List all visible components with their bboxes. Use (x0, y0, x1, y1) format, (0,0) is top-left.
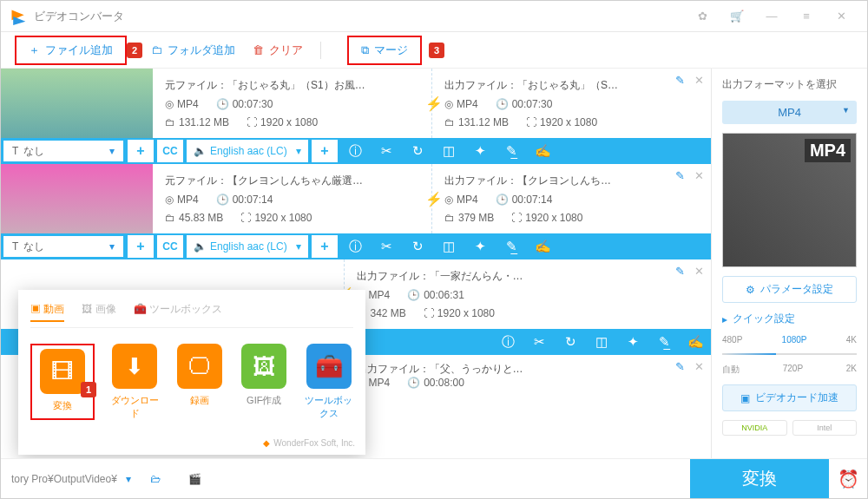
bottom-bar: tory Pro¥OutputVideo¥ ▾ 🗁 🎬 変換 ⏰ (1, 458, 867, 498)
output-panel: ✎ ✕ 出力ファイル：「おじゃる丸」（S… ◎ MP4🕒 00:07:30 🗀 … (432, 69, 711, 138)
edit-icon[interactable]: ✎ (675, 74, 685, 87)
chip-icon: ▣ (740, 392, 750, 404)
convert-icon: 🎞 (40, 349, 85, 394)
open-folder-button[interactable]: 🗁 (140, 473, 171, 485)
minimize-button[interactable]: — (754, 10, 789, 23)
trash-icon: 🗑 (253, 43, 264, 56)
rotate-icon[interactable]: ↻ (402, 138, 433, 164)
download-icon: ⬇ (112, 344, 157, 389)
quality-slider-bottom: 自動720P2K (722, 364, 857, 376)
open-output-button[interactable]: 🎬 (180, 473, 211, 485)
thumbnail[interactable] (1, 69, 153, 138)
tile-convert[interactable]: 🎞 変換 (36, 349, 89, 412)
add-folder-button[interactable]: 🗀 フォルダ追加 (142, 39, 244, 62)
cart-icon[interactable]: 🛒 (720, 10, 754, 23)
remove-icon[interactable]: ✕ (694, 360, 704, 373)
toolbox-icon: 🧰 (306, 344, 352, 389)
edit-icon[interactable]: ✎ (675, 265, 685, 278)
thumbnail[interactable] (1, 164, 153, 233)
gift-icon[interactable]: ✿ (685, 10, 720, 23)
effect-icon[interactable]: ✦ (464, 138, 496, 164)
convert-button[interactable]: 変換 (690, 459, 829, 499)
app-title: ビデオコンバータ (34, 9, 124, 24)
tile-record[interactable]: 🖵録画 (175, 344, 225, 420)
nvidia-chip: NVIDIA (722, 420, 787, 436)
cc-button[interactable]: CC (157, 140, 183, 162)
action-bar: T なし▾ + CC 🔈 English aac (LC)▾ + ⓘ ✂ ↻ ◫… (1, 138, 711, 164)
audio-select[interactable]: 🔈 English aac (LC)▾ (187, 235, 308, 258)
tile-download[interactable]: ⬇ダウンロード (110, 344, 160, 420)
remove-icon[interactable]: ✕ (694, 169, 704, 182)
mode-popup: ▣ 動画 🖼 画像 🧰 ツールボックス 🎞 変換 1 ⬇ダウンロード 🖵録画 🖼… (18, 290, 365, 455)
popup-tab-tools[interactable]: 🧰 ツールボックス (134, 302, 222, 322)
app-logo-icon (10, 8, 27, 25)
quality-slider-top[interactable]: 480P1080P4K (722, 335, 857, 345)
step-badge-1: 1 (81, 382, 96, 397)
add-subtitle-button[interactable]: + (128, 235, 154, 258)
highlight-add-file: ＋ ファイル追加 (15, 36, 127, 65)
toolbar: ＋ ファイル追加 2 🗀 フォルダ追加 🗑 クリア ⧉ マージ 3 (1, 32, 867, 69)
merge-icon: ⧉ (361, 43, 369, 57)
settings-icon: ⚙ (746, 284, 755, 296)
file-row: 元ファイル：【クレヨンしんちゃん厳選… ◎ MP4🕒 00:07:14 🗀 45… (1, 164, 711, 259)
add-file-button[interactable]: ＋ ファイル追加 (20, 39, 122, 62)
resolution-icon: ⛶ 1920 x 1080 (247, 116, 318, 128)
subtitle-select[interactable]: T なし▾ (3, 235, 124, 258)
format-preview[interactable]: MP4 (722, 133, 857, 267)
merge-button[interactable]: ⧉ マージ (352, 39, 417, 62)
titlebar: ビデオコンバータ ✿ 🛒 — ≡ ✕ (1, 1, 867, 32)
subtitle-select[interactable]: T なし▾ (3, 140, 124, 162)
quick-settings-header: ▸ クイック設定 (722, 312, 857, 326)
remove-icon[interactable]: ✕ (694, 74, 704, 87)
add-subtitle-button[interactable]: + (128, 140, 154, 162)
remove-icon[interactable]: ✕ (694, 265, 704, 278)
add-audio-button[interactable]: + (312, 140, 338, 162)
format-select[interactable]: MP4 (722, 101, 857, 124)
format-icon: ◎ MP4 (165, 98, 199, 110)
quality-track[interactable] (722, 353, 857, 355)
gif-icon: 🖼 (241, 344, 286, 389)
tile-gif[interactable]: 🖼GIF作成 (240, 344, 289, 420)
edit-icon[interactable]: ✍ (527, 138, 558, 164)
output-path: tory Pro¥OutputVideo¥ (11, 473, 117, 485)
parameter-settings-button[interactable]: ⚙パラメータ設定 (722, 276, 857, 303)
audio-select[interactable]: 🔈 English aac (LC)▾ (187, 140, 308, 162)
record-icon: 🖵 (177, 344, 222, 389)
cc-button[interactable]: CC (157, 235, 183, 258)
clock-icon: 🕒 00:07:30 (216, 98, 273, 110)
popup-tab-image[interactable]: 🖼 画像 (82, 302, 115, 322)
file-list: 元ファイル：「おじゃる丸」（S1）お風… ◎ MP4🕒 00:07:30 🗀 1… (1, 69, 711, 458)
menu-button[interactable]: ≡ (789, 10, 824, 23)
tile-tools[interactable]: 🧰ツールボックス (305, 344, 354, 420)
highlight-convert: 🎞 変換 1 (30, 344, 95, 420)
file-row: 元ファイル：「おじゃる丸」（S1）お風… ◎ MP4🕒 00:07:30 🗀 1… (1, 69, 711, 164)
source-panel: 元ファイル：「おじゃる丸」（S1）お風… ◎ MP4🕒 00:07:30 🗀 1… (153, 69, 431, 138)
sidebar: 出力フォーマットを選択 MP4 MP4 ⚙パラメータ設定 ▸ クイック設定 48… (711, 69, 867, 458)
intel-chip: Intel (792, 420, 858, 436)
popup-footer: ◆WonderFox Soft, Inc. (263, 438, 355, 448)
popup-tab-video[interactable]: ▣ 動画 (30, 302, 64, 322)
path-dropdown-icon[interactable]: ▾ (126, 473, 131, 485)
watermark-icon[interactable]: ✎̲ (496, 138, 527, 164)
info-icon[interactable]: ⓘ (339, 138, 371, 164)
crop-icon[interactable]: ◫ (433, 138, 464, 164)
popup-tabs: ▣ 動画 🖼 画像 🧰 ツールボックス (30, 302, 353, 328)
toolbar-separator (320, 42, 321, 59)
step-badge-3: 3 (429, 43, 444, 58)
plus-icon: ＋ (29, 43, 40, 58)
clear-button[interactable]: 🗑 クリア (244, 39, 312, 62)
format-header: 出力フォーマットを選択 (722, 77, 857, 92)
edit-icon[interactable]: ✎ (675, 360, 685, 373)
folder-plus-icon: 🗀 (151, 43, 162, 56)
hw-accel-button[interactable]: ▣ビデオカード加速 (722, 384, 857, 411)
folder-icon: 🗀 131.12 MB (165, 116, 229, 128)
cut-icon[interactable]: ✂ (371, 138, 402, 164)
add-audio-button[interactable]: + (312, 235, 338, 258)
close-button[interactable]: ✕ (824, 10, 858, 23)
step-badge-2: 2 (127, 43, 142, 58)
edit-icon[interactable]: ✎ (675, 169, 685, 182)
highlight-merge: ⧉ マージ (347, 36, 422, 65)
schedule-button[interactable]: ⏰ (829, 469, 867, 489)
